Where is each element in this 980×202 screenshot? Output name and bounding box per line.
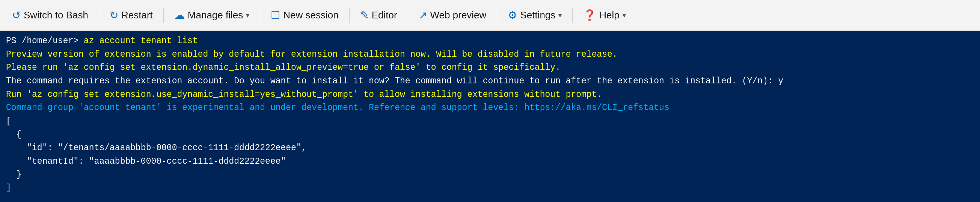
help-icon: ❓ <box>583 9 596 21</box>
divider-4 <box>349 8 350 23</box>
divider-6 <box>497 8 497 23</box>
settings-icon: ⚙ <box>508 9 517 21</box>
switch-to-bash-button[interactable]: ↺ Switch to Bash <box>6 6 94 24</box>
terminal-line-9: "tenantId": "aaaabbbb-0000-cccc-1111-ddd… <box>6 155 974 169</box>
terminal-line-2: Please run 'az config set extension.dyna… <box>6 61 974 75</box>
new-session-button[interactable]: ☐ New session <box>265 6 344 24</box>
help-arrow-icon: ▾ <box>622 11 626 19</box>
new-session-icon: ☐ <box>271 9 280 21</box>
settings-label: Settings <box>520 10 555 21</box>
help-button[interactable]: ❓ Help ▾ <box>577 6 632 24</box>
terminal-line-8: "id": "/tenants/aaaabbbb-0000-cccc-1111-… <box>6 142 974 155</box>
terminal-line-5: Command group 'account tenant' is experi… <box>6 101 974 115</box>
terminal-line-10: } <box>6 168 974 182</box>
terminal-line-3: The command requires the extension accou… <box>6 75 974 88</box>
switch-bash-icon: ↺ <box>12 9 21 21</box>
manage-files-button[interactable]: ☁ Manage files ▾ <box>168 6 255 24</box>
restart-icon: ↻ <box>110 9 118 21</box>
manage-files-label: Manage files <box>188 10 243 21</box>
divider-1 <box>99 8 99 23</box>
terminal-command: az account tenant list <box>78 36 197 46</box>
toolbar: ↺ Switch to Bash ↻ Restart ☁ Manage file… <box>0 0 980 31</box>
terminal-line-7: { <box>6 128 974 142</box>
settings-button[interactable]: ⚙ Settings ▾ <box>502 6 568 24</box>
help-label: Help <box>599 10 619 21</box>
terminal-line-4: Run 'az config set extension.use_dynamic… <box>6 88 974 102</box>
new-session-label: New session <box>283 10 338 21</box>
terminal-prompt-line: PS /home/user> az account tenant list <box>6 35 974 48</box>
web-preview-icon: ↗ <box>418 9 427 21</box>
divider-3 <box>260 8 260 23</box>
restart-button[interactable]: ↻ Restart <box>103 6 159 24</box>
terminal-line-6: [ <box>6 115 974 129</box>
divider-7 <box>572 8 573 23</box>
switch-bash-label: Switch to Bash <box>24 10 88 21</box>
terminal-line-1: Preview version of extension is enabled … <box>6 48 974 62</box>
web-preview-label: Web preview <box>430 10 487 21</box>
editor-label: Editor <box>372 10 397 21</box>
manage-files-arrow-icon: ▾ <box>246 11 249 19</box>
settings-arrow-icon: ▾ <box>558 11 562 19</box>
editor-button[interactable]: ✎ Editor <box>354 6 403 24</box>
terminal-prompt: PS /home/user> <box>6 36 78 46</box>
restart-label: Restart <box>121 10 153 21</box>
divider-2 <box>163 8 164 23</box>
terminal-area[interactable]: PS /home/user> az account tenant list Pr… <box>0 31 980 202</box>
divider-5 <box>408 8 408 23</box>
web-preview-button[interactable]: ↗ Web preview <box>413 6 493 24</box>
manage-files-icon: ☁ <box>174 9 185 21</box>
editor-icon: ✎ <box>360 9 369 21</box>
terminal-line-11: ] <box>6 182 974 195</box>
